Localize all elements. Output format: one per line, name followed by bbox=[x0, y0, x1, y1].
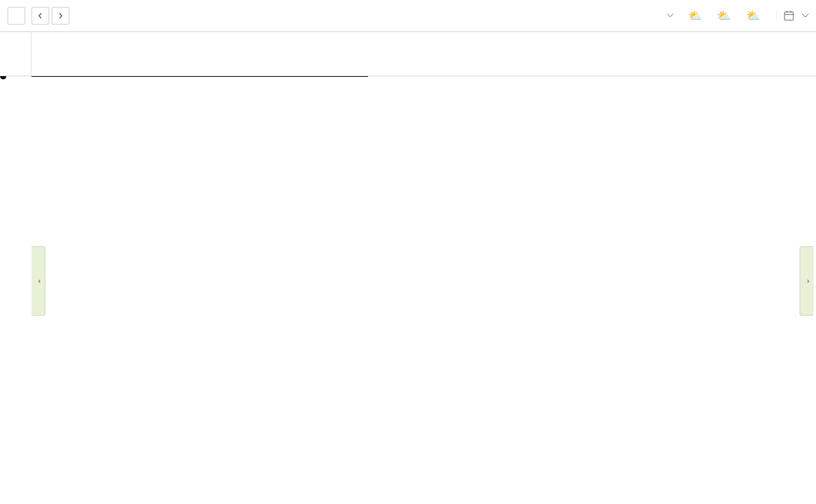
today-button[interactable] bbox=[8, 7, 25, 25]
chevron-down-icon bbox=[802, 14, 808, 18]
now-indicator-line bbox=[32, 76, 368, 77]
calendar: ‹ › bbox=[0, 32, 816, 486]
weather-tomorrow[interactable]: ⛅ bbox=[717, 9, 735, 23]
caret-down-icon bbox=[667, 14, 673, 18]
weather-icon: ⛅ bbox=[746, 9, 760, 23]
calendar-icon bbox=[783, 10, 795, 21]
location-selector[interactable] bbox=[665, 14, 673, 18]
weather-icon: ⛅ bbox=[688, 9, 702, 23]
time-scroll-area[interactable]: ‹ › bbox=[0, 76, 816, 486]
view-switcher[interactable] bbox=[776, 10, 808, 21]
prev-button[interactable] bbox=[32, 7, 49, 25]
next-button[interactable] bbox=[52, 7, 69, 25]
weather-day3[interactable]: ⛅ bbox=[746, 9, 764, 23]
svg-rect-0 bbox=[784, 12, 793, 20]
chevron-left-icon: ‹ bbox=[38, 277, 41, 285]
chevron-left-icon bbox=[37, 13, 43, 19]
prev-appointment-tab[interactable]: ‹ bbox=[32, 246, 45, 316]
now-indicator-dot bbox=[0, 76, 6, 79]
chevron-right-icon bbox=[57, 13, 64, 19]
weather-today[interactable]: ⛅ bbox=[688, 9, 706, 23]
next-appointment-tab[interactable]: › bbox=[800, 246, 813, 316]
chevron-right-icon: › bbox=[807, 277, 810, 285]
toolbar: ⛅ ⛅ ⛅ bbox=[0, 0, 816, 32]
allday-row bbox=[0, 32, 816, 76]
weather-icon: ⛅ bbox=[717, 9, 731, 23]
nav-buttons bbox=[32, 7, 69, 25]
weather-strip: ⛅ ⛅ ⛅ bbox=[688, 9, 764, 23]
